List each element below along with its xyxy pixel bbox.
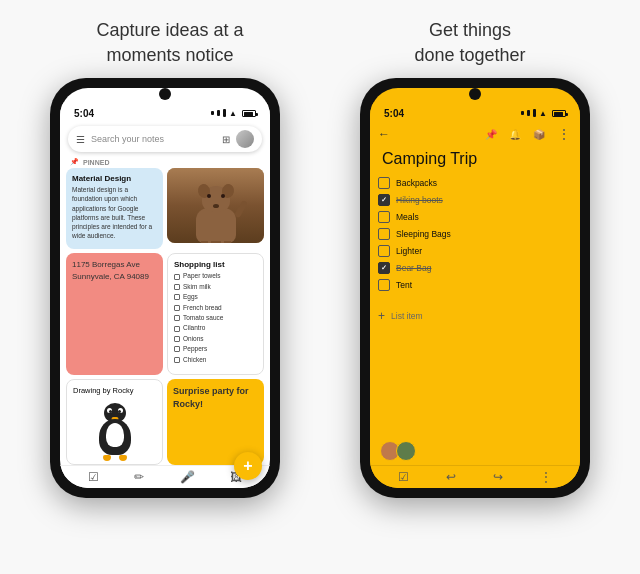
material-design-body: Material design is a foundation upon whi… xyxy=(72,185,157,240)
address-note[interactable]: 1175 Borregas Ave Sunnyvale, CA 94089 xyxy=(66,253,163,375)
dog-photo-note[interactable] xyxy=(167,168,264,243)
right-nav-redo-icon[interactable]: ↪ xyxy=(493,470,503,484)
right-camera-notch xyxy=(469,88,481,100)
add-item-icon: + xyxy=(378,309,385,323)
camping-checklist: Backpacks Hiking boots Meals Sleeping Ba… xyxy=(370,174,580,306)
right-headline: Get things done together xyxy=(335,18,605,68)
right-toolbar: ← 📌 🔔 📦 ⋮ xyxy=(370,122,580,146)
right-bottom-nav: ☑ ↩ ↪ ⋮ xyxy=(370,465,580,488)
signal-bar-2 xyxy=(217,110,220,116)
label-hiking-boots: Hiking boots xyxy=(396,195,443,205)
right-signal-3 xyxy=(533,109,536,117)
checklist-item-meals[interactable]: Meals xyxy=(378,208,572,225)
surprise-text: Surprise party for Rocky! xyxy=(173,385,258,410)
camping-trip-title: Camping Trip xyxy=(370,146,580,174)
left-status-icons: ▲ xyxy=(211,109,256,118)
right-signal-2 xyxy=(527,110,530,116)
signal-bar-1 xyxy=(211,111,214,115)
checkbox-tent[interactable] xyxy=(378,279,390,291)
shopping-items: Paper towels Skim milk Eggs French bread… xyxy=(174,271,257,365)
camera-notch xyxy=(159,88,171,100)
archive-toolbar-icon[interactable]: 📦 xyxy=(533,129,545,140)
right-status-icons: ▲ xyxy=(521,109,566,118)
wifi-icon: ▲ xyxy=(229,109,237,118)
grid-view-icon: ⊞ xyxy=(222,134,230,145)
checklist-item-lighter[interactable]: Lighter xyxy=(378,242,572,259)
checkbox-hiking-boots[interactable] xyxy=(378,194,390,206)
right-nav-checkbox-icon[interactable]: ☑ xyxy=(398,470,409,484)
checklist-item-bear-bag[interactable]: Bear Bag xyxy=(378,259,572,276)
right-phone: 5:04 ▲ ← 📌 🔔 📦 ⋮ Camping Trip xyxy=(360,78,590,498)
right-nav-undo-icon[interactable]: ↩ xyxy=(446,470,456,484)
battery-icon xyxy=(242,110,256,117)
checklist-item-sleeping-bags[interactable]: Sleeping Bags xyxy=(378,225,572,242)
checklist-item-backpacks[interactable]: Backpacks xyxy=(378,174,572,191)
checkbox-sleeping-bags[interactable] xyxy=(378,228,390,240)
label-meals: Meals xyxy=(396,212,419,222)
left-status-bar: 5:04 ▲ xyxy=(60,102,270,122)
notes-grid: Material Design Material design is a fou… xyxy=(60,168,270,465)
right-time: 5:04 xyxy=(384,108,404,119)
label-backpacks: Backpacks xyxy=(396,178,437,188)
drawing-title: Drawing by Rocky xyxy=(73,386,133,397)
checkbox-bear-bag[interactable] xyxy=(378,262,390,274)
label-bear-bag: Bear Bag xyxy=(396,263,431,273)
more-options-icon[interactable]: ⋮ xyxy=(557,126,572,142)
nav-mic-icon[interactable]: 🎤 xyxy=(180,470,195,484)
back-button[interactable]: ← xyxy=(378,127,390,141)
left-headline: Capture ideas at a moments notice xyxy=(35,18,305,68)
shopping-list-note[interactable]: Shopping list Paper towels Skim milk Egg… xyxy=(167,253,264,375)
checkbox-backpacks[interactable] xyxy=(378,177,390,189)
pin-toolbar-icon[interactable]: 📌 xyxy=(485,129,497,140)
left-phone-screen: 5:04 ▲ ☰ Search your notes ⊞ 📌 PIN xyxy=(60,88,270,488)
checklist-item-tent[interactable]: Tent xyxy=(378,276,572,293)
label-tent: Tent xyxy=(396,280,412,290)
address-body: 1175 Borregas Ave Sunnyvale, CA 94089 xyxy=(72,259,157,281)
pinned-section-label: 📌 PINNED xyxy=(60,156,270,168)
left-time: 5:04 xyxy=(74,108,94,119)
checklist-item-hiking-boots[interactable]: Hiking boots xyxy=(378,191,572,208)
reminder-toolbar-icon[interactable]: 🔔 xyxy=(509,129,521,140)
add-item-label: List item xyxy=(391,311,423,321)
collaborator-avatars xyxy=(370,326,580,466)
left-phone: 5:04 ▲ ☰ Search your notes ⊞ 📌 PIN xyxy=(50,78,280,498)
shopping-title: Shopping list xyxy=(174,260,257,269)
right-status-bar: 5:04 ▲ xyxy=(370,102,580,122)
nav-checkboxes-icon[interactable]: ☑ xyxy=(88,470,99,484)
right-battery-icon xyxy=(552,110,566,117)
add-list-item-row[interactable]: + List item xyxy=(370,306,580,326)
material-design-note[interactable]: Material Design Material design is a fou… xyxy=(66,168,163,249)
signal-bar-3 xyxy=(223,109,226,117)
material-design-title: Material Design xyxy=(72,174,157,183)
checkbox-lighter[interactable] xyxy=(378,245,390,257)
collaborator-avatar-2 xyxy=(396,441,416,461)
nav-edit-icon[interactable]: ✏ xyxy=(134,470,144,484)
label-sleeping-bags: Sleeping Bags xyxy=(396,229,451,239)
menu-icon: ☰ xyxy=(76,134,85,145)
label-lighter: Lighter xyxy=(396,246,422,256)
pin-icon: 📌 xyxy=(70,158,79,166)
search-bar[interactable]: ☰ Search your notes ⊞ xyxy=(68,126,262,152)
right-wifi-icon: ▲ xyxy=(539,109,547,118)
search-placeholder: Search your notes xyxy=(91,134,216,144)
drawing-note[interactable]: Drawing by Rocky xyxy=(66,379,163,465)
right-phone-screen: 5:04 ▲ ← 📌 🔔 📦 ⋮ Camping Trip xyxy=(370,88,580,488)
user-avatar[interactable] xyxy=(236,130,254,148)
checkbox-meals[interactable] xyxy=(378,211,390,223)
right-nav-more-icon[interactable]: ⋮ xyxy=(540,470,552,484)
right-signal-1 xyxy=(521,111,524,115)
